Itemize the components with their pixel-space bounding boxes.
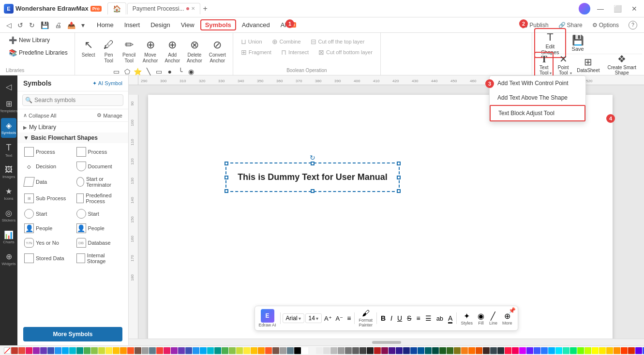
color-swatch[interactable] xyxy=(628,347,635,354)
tab-home[interactable]: 🏠 xyxy=(107,2,126,15)
rotation-handle[interactable]: ↻ xyxy=(310,154,315,162)
color-swatch[interactable] xyxy=(403,347,410,354)
shape-arc[interactable]: ╰ xyxy=(176,67,185,76)
align-button[interactable]: ≡ xyxy=(345,313,352,323)
color-swatch[interactable] xyxy=(301,347,308,354)
italic-button[interactable]: I xyxy=(389,313,394,323)
search-input[interactable] xyxy=(22,94,123,106)
shape-document[interactable]: Document xyxy=(74,160,125,173)
color-swatch[interactable] xyxy=(229,347,236,354)
help-button[interactable]: ? xyxy=(626,19,640,31)
color-swatch[interactable] xyxy=(272,347,279,354)
color-swatch[interactable] xyxy=(345,347,352,354)
bold-button[interactable]: B xyxy=(379,313,388,323)
overline-button[interactable]: ab xyxy=(434,314,445,323)
color-swatch[interactable] xyxy=(563,347,569,354)
toolbar-pin[interactable]: 📌 xyxy=(509,307,516,314)
sidebar-icons[interactable]: ★ Icons xyxy=(1,184,16,204)
strikethrough-button[interactable]: S xyxy=(405,313,413,323)
cut-top-button[interactable]: ⊟ Cut off the top layer xyxy=(307,37,369,46)
maximize-button[interactable]: ⬜ xyxy=(611,4,625,14)
shape-database[interactable]: DB Database xyxy=(74,236,125,250)
sidebar-charts[interactable]: 📊 Charts xyxy=(1,227,16,247)
shape-start-2[interactable]: Start xyxy=(74,207,125,221)
color-swatch[interactable] xyxy=(425,347,432,354)
point-tool-button[interactable]: ✕ PointTool ▾ xyxy=(554,52,573,76)
scrollbar-thumb[interactable] xyxy=(372,341,401,344)
back-button[interactable]: ◁ xyxy=(4,20,14,30)
pen-tool[interactable]: 🖊 PenTool xyxy=(99,37,119,66)
line-button[interactable]: ╱ Line xyxy=(487,311,499,326)
color-swatch[interactable] xyxy=(84,347,90,354)
shape-subprocess[interactable]: ⊞ Sub Process xyxy=(21,191,73,206)
collapse-all-button[interactable]: ∧ Collapse All xyxy=(23,112,56,118)
tab-close-icon[interactable]: ✕ xyxy=(191,6,195,11)
add-text-above-item[interactable]: Add Text Above The Shape xyxy=(490,90,585,105)
color-swatch[interactable] xyxy=(98,347,105,354)
edraw-ai-button[interactable]: E Edraw AI xyxy=(259,309,276,327)
color-swatch[interactable] xyxy=(200,347,207,354)
color-swatch[interactable] xyxy=(555,347,562,354)
shape-terminator[interactable]: Start or Terminator xyxy=(74,174,125,190)
more-symbols-button[interactable]: More Symbols xyxy=(23,327,122,341)
handle-ml[interactable] xyxy=(225,176,228,179)
select-tool[interactable]: ↖ Select xyxy=(79,37,98,60)
handle-tl[interactable] xyxy=(225,162,228,165)
color-swatch[interactable] xyxy=(287,347,294,354)
color-swatch[interactable] xyxy=(18,347,25,354)
minimize-button[interactable]: — xyxy=(594,4,607,14)
font-selector[interactable]: Arial ▾ xyxy=(283,313,304,323)
color-swatch[interactable] xyxy=(91,347,98,354)
canvas-scrollbar[interactable] xyxy=(129,339,644,345)
text-color-button[interactable]: A xyxy=(446,313,454,323)
underline-button[interactable]: U xyxy=(395,313,404,323)
delete-anchor-tool[interactable]: ⊗ DeleteAnchor xyxy=(184,37,205,66)
color-swatch[interactable] xyxy=(258,347,265,354)
menu-advanced[interactable]: Advanced xyxy=(237,19,275,30)
color-swatch[interactable] xyxy=(149,347,156,354)
shape-yes-no[interactable]: Y/N Yes or No xyxy=(21,236,73,250)
color-swatch[interactable] xyxy=(55,347,61,354)
color-swatch[interactable] xyxy=(439,347,446,354)
color-swatch[interactable] xyxy=(243,347,250,354)
fragment-button[interactable]: ⊞ Fragment xyxy=(237,47,275,57)
sidebar-text[interactable]: T Text xyxy=(1,140,16,161)
color-swatch[interactable] xyxy=(26,347,32,354)
color-swatch[interactable] xyxy=(69,347,76,354)
options-button[interactable]: ⚙Options xyxy=(589,20,622,30)
color-swatch[interactable] xyxy=(135,347,141,354)
color-swatch[interactable] xyxy=(497,347,504,354)
ai-symbol-button[interactable]: ✦ AI Symbol xyxy=(92,80,122,87)
shape-stored-data[interactable]: Stored Data xyxy=(21,251,73,266)
color-swatch[interactable] xyxy=(323,347,330,354)
color-swatch[interactable] xyxy=(468,347,475,354)
shape-star[interactable]: ⭐ xyxy=(133,67,143,76)
color-swatch[interactable] xyxy=(214,347,221,354)
shape-rect2[interactable]: ▭ xyxy=(154,67,164,76)
cut-bottom-button[interactable]: ⊠ Cut off bottom layer xyxy=(315,47,376,57)
pencil-tool[interactable]: ✏ PencilTool xyxy=(120,37,139,66)
sidebar-symbols[interactable]: ◈ Symbols xyxy=(1,118,16,138)
handle-mr[interactable] xyxy=(397,176,401,179)
menu-design[interactable]: Design xyxy=(146,19,175,30)
handle-bl[interactable] xyxy=(225,189,228,193)
text-tool-button[interactable]: 𝐓 TextTool ▾ xyxy=(534,52,554,77)
sidebar-collapse[interactable]: ◁ xyxy=(1,79,16,94)
sidebar-widgets[interactable]: ⊕ Widgets xyxy=(1,249,16,269)
shape-line[interactable]: ╲ xyxy=(144,67,153,76)
color-swatch[interactable] xyxy=(374,347,381,354)
color-swatch[interactable] xyxy=(447,347,453,354)
redo-button[interactable]: ↻ xyxy=(27,20,37,30)
color-swatch[interactable] xyxy=(222,347,228,354)
font-size-selector[interactable]: 14 ▾ xyxy=(305,313,322,323)
color-swatch[interactable] xyxy=(592,347,599,354)
menu-symbols[interactable]: Symbols xyxy=(200,19,236,30)
styles-button[interactable]: ✦ Styles xyxy=(459,311,475,326)
grow-text-button[interactable]: A⁺ xyxy=(323,314,333,323)
color-swatch[interactable] xyxy=(541,347,548,354)
color-swatch[interactable] xyxy=(294,347,301,354)
sidebar-templates[interactable]: ⊞ Templates xyxy=(1,96,16,116)
color-swatch[interactable] xyxy=(505,347,511,354)
shape-predefined[interactable]: Predefined Process xyxy=(74,191,125,206)
color-swatch[interactable] xyxy=(185,347,192,354)
